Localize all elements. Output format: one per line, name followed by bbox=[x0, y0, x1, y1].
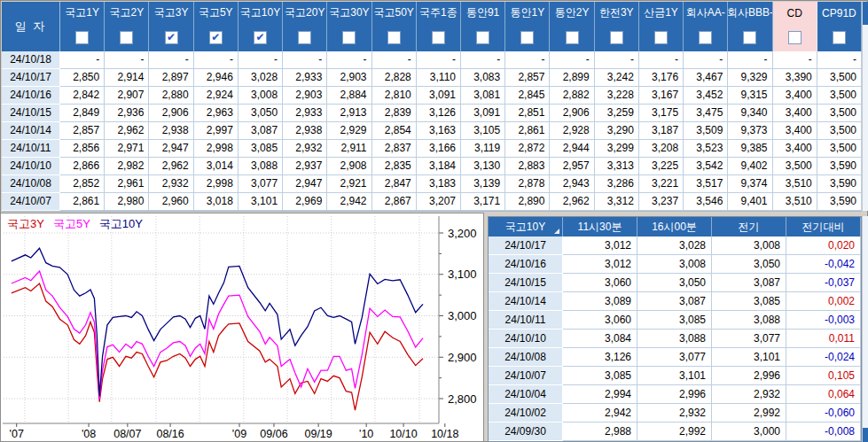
value-prev: 3,008 bbox=[712, 237, 786, 255]
value-1600: 3,101 bbox=[637, 367, 712, 385]
legend-item-5y: 국고5Y bbox=[53, 216, 90, 232]
yield-cell: - bbox=[728, 51, 772, 69]
series-checkbox[interactable] bbox=[566, 31, 579, 44]
header-1600[interactable]: 16시00분 bbox=[637, 217, 712, 237]
yield-cell: 2,937 bbox=[283, 158, 327, 175]
yield-cell: 9,402 bbox=[728, 158, 772, 175]
svg-text:3,200: 3,200 bbox=[448, 227, 477, 240]
header-1130[interactable]: 11시30분 bbox=[563, 217, 637, 237]
series-checkbox[interactable] bbox=[342, 31, 356, 44]
value-1130: 3,012 bbox=[563, 255, 637, 274]
value-1130: 3,085 bbox=[563, 367, 637, 385]
yield-cell: 3,014 bbox=[194, 158, 239, 175]
yield-row: 24/10/112,8562,9712,9472,9983,0852,9322,… bbox=[2, 140, 862, 158]
yield-cell: 2,947 bbox=[149, 140, 193, 158]
series-checkbox[interactable] bbox=[610, 31, 623, 44]
svg-text:'09: '09 bbox=[232, 428, 246, 440]
intraday-row: 24/10/073,0853,1012,9960,105 bbox=[489, 367, 861, 385]
header-label: 전기 bbox=[739, 220, 760, 235]
value-change: 0,002 bbox=[786, 292, 861, 311]
column-label: 국고50Y bbox=[372, 2, 416, 24]
header-change[interactable]: 전기대비 bbox=[786, 217, 861, 237]
yield-cell: 3,590 bbox=[817, 193, 862, 211]
svg-text:'08: '08 bbox=[82, 428, 96, 440]
svg-text:08/07: 08/07 bbox=[113, 428, 141, 440]
intraday-row: 24/10/143,0893,0873,0850,002 bbox=[489, 292, 861, 311]
yield-cell: 2,849 bbox=[60, 105, 105, 122]
series-checkbox[interactable]: ✔ bbox=[165, 31, 178, 44]
yield-cell: - bbox=[817, 51, 862, 69]
top-table-scrollbar[interactable] bbox=[862, 2, 868, 211]
sort-indicator-icon bbox=[554, 229, 559, 234]
yield-cell: 3,085 bbox=[239, 140, 283, 158]
yield-cell: 3,088 bbox=[239, 158, 283, 175]
yield-cell: 3,290 bbox=[595, 122, 639, 140]
yield-cell: 2,850 bbox=[60, 69, 105, 87]
yield-cell: - bbox=[505, 51, 550, 69]
series-checkbox[interactable] bbox=[476, 31, 489, 44]
yield-cell: 2,880 bbox=[149, 87, 193, 105]
yield-cell: 2,936 bbox=[105, 105, 149, 122]
yield-cell: 3,510 bbox=[773, 193, 817, 211]
series-checkbox[interactable]: ✔ bbox=[254, 31, 267, 44]
intraday-table-header: 국고10Y 11시30분 16시00분 전기 전기대비 bbox=[489, 217, 861, 237]
yield-cell: 3,467 bbox=[684, 69, 728, 87]
intraday-row: 24/10/022,9422,9322,992-0,060 bbox=[489, 404, 861, 423]
header-prev[interactable]: 전기 bbox=[712, 217, 786, 237]
yield-cell: 3,523 bbox=[684, 140, 728, 158]
value-change: -0,024 bbox=[786, 348, 861, 367]
series-checkbox[interactable] bbox=[432, 31, 445, 44]
date-cell: 24/10/04 bbox=[489, 385, 563, 404]
header-instrument[interactable]: 국고10Y bbox=[489, 217, 563, 237]
series-checkbox[interactable] bbox=[298, 31, 311, 44]
yield-cell: 3,105 bbox=[461, 122, 505, 140]
yield-cell: 2,924 bbox=[194, 87, 239, 105]
scrollbar-thumb[interactable] bbox=[863, 2, 868, 25]
series-checkbox[interactable] bbox=[387, 31, 401, 44]
intraday-row: 24/09/302,9882,9923,000-0,008 bbox=[489, 423, 861, 441]
yield-cell: 2,856 bbox=[60, 140, 105, 158]
yield-cell: 2,929 bbox=[327, 122, 371, 140]
yield-cell: - bbox=[639, 51, 684, 69]
yield-cell: 2,933 bbox=[283, 105, 327, 122]
series-checkbox[interactable] bbox=[833, 31, 846, 44]
series-checkbox[interactable] bbox=[120, 31, 133, 44]
checkbox-cell: ✔ bbox=[149, 24, 192, 51]
value-1600: 3,077 bbox=[637, 348, 712, 367]
svg-text:2,800: 2,800 bbox=[448, 392, 477, 406]
date-cell: 24/10/15 bbox=[2, 105, 60, 122]
yield-cell: 3,018 bbox=[194, 193, 239, 211]
yield-cell: 2,906 bbox=[550, 105, 594, 122]
yield-cell: - bbox=[327, 51, 371, 69]
date-cell: 24/10/08 bbox=[489, 348, 563, 367]
header-label: 16시00분 bbox=[652, 220, 697, 235]
scrollbar-thumb[interactable] bbox=[863, 428, 868, 442]
intraday-table-scrollbar[interactable] bbox=[862, 216, 868, 442]
yield-cell: 2,962 bbox=[149, 158, 193, 175]
yield-cell: 2,961 bbox=[105, 175, 149, 193]
series-checkbox[interactable] bbox=[75, 31, 89, 44]
yield-cell: 2,944 bbox=[550, 140, 594, 158]
series-checkbox[interactable] bbox=[699, 31, 712, 44]
series-checkbox[interactable] bbox=[743, 31, 756, 44]
yield-cell: 3,081 bbox=[461, 87, 505, 105]
value-1130: 3,089 bbox=[563, 292, 637, 311]
intraday-row: 24/10/173,0123,0283,0080,020 bbox=[489, 237, 861, 255]
yield-row: 24/10/152,8492,9362,9062,9633,0502,9332,… bbox=[2, 105, 862, 122]
yield-cell: 3,228 bbox=[595, 87, 639, 105]
value-change: 0,020 bbox=[786, 237, 861, 255]
yield-cell: - bbox=[105, 51, 149, 69]
yield-cell: 2,839 bbox=[372, 105, 417, 122]
yield-cell: 2,932 bbox=[149, 175, 193, 193]
value-change: -0,042 bbox=[786, 255, 861, 274]
series-checkbox[interactable]: ✔ bbox=[209, 31, 223, 44]
column-header: CP91D bbox=[817, 2, 862, 51]
yield-cell: 9,373 bbox=[728, 122, 772, 140]
yield-cell: 3,546 bbox=[684, 193, 728, 211]
series-checkbox[interactable] bbox=[788, 31, 802, 44]
column-label: 국고30Y bbox=[327, 2, 371, 24]
series-checkbox[interactable] bbox=[654, 31, 668, 44]
value-1130: 2,988 bbox=[563, 423, 637, 441]
series-checkbox[interactable] bbox=[520, 31, 534, 44]
yield-cell: 2,884 bbox=[327, 87, 371, 105]
